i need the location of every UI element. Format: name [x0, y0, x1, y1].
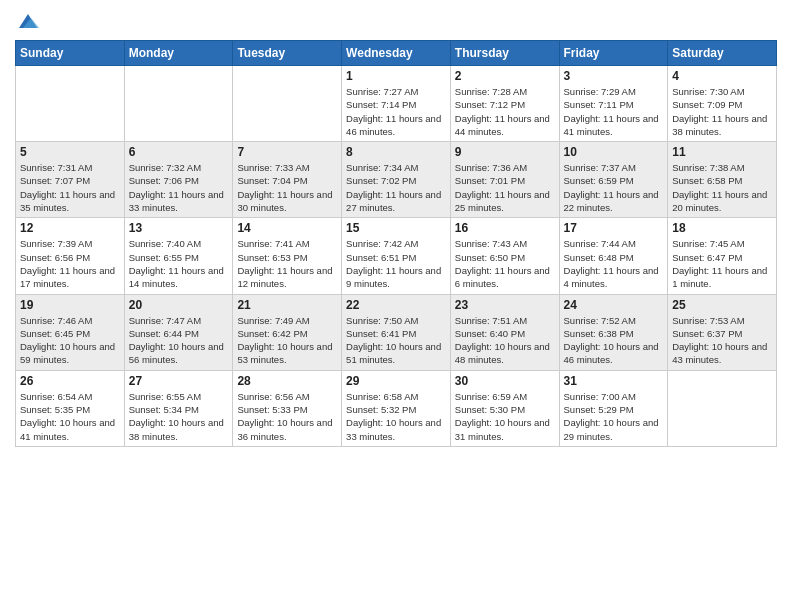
day-number: 19	[20, 298, 120, 312]
day-number: 16	[455, 221, 555, 235]
day-info: Sunrise: 7:00 AM Sunset: 5:29 PM Dayligh…	[564, 390, 664, 443]
day-info: Sunrise: 7:43 AM Sunset: 6:50 PM Dayligh…	[455, 237, 555, 290]
day-number: 18	[672, 221, 772, 235]
logo-icon	[17, 10, 39, 32]
day-number: 26	[20, 374, 120, 388]
calendar-cell	[124, 66, 233, 142]
calendar-cell: 4Sunrise: 7:30 AM Sunset: 7:09 PM Daylig…	[668, 66, 777, 142]
header	[15, 10, 777, 34]
day-info: Sunrise: 7:37 AM Sunset: 6:59 PM Dayligh…	[564, 161, 664, 214]
calendar-cell: 17Sunrise: 7:44 AM Sunset: 6:48 PM Dayli…	[559, 218, 668, 294]
day-info: Sunrise: 7:42 AM Sunset: 6:51 PM Dayligh…	[346, 237, 446, 290]
day-number: 14	[237, 221, 337, 235]
day-info: Sunrise: 7:47 AM Sunset: 6:44 PM Dayligh…	[129, 314, 229, 367]
calendar-cell: 6Sunrise: 7:32 AM Sunset: 7:06 PM Daylig…	[124, 142, 233, 218]
calendar-cell: 16Sunrise: 7:43 AM Sunset: 6:50 PM Dayli…	[450, 218, 559, 294]
day-info: Sunrise: 7:50 AM Sunset: 6:41 PM Dayligh…	[346, 314, 446, 367]
day-number: 5	[20, 145, 120, 159]
calendar-week-3: 12Sunrise: 7:39 AM Sunset: 6:56 PM Dayli…	[16, 218, 777, 294]
day-info: Sunrise: 6:59 AM Sunset: 5:30 PM Dayligh…	[455, 390, 555, 443]
day-info: Sunrise: 7:52 AM Sunset: 6:38 PM Dayligh…	[564, 314, 664, 367]
calendar-cell: 31Sunrise: 7:00 AM Sunset: 5:29 PM Dayli…	[559, 370, 668, 446]
calendar-cell: 9Sunrise: 7:36 AM Sunset: 7:01 PM Daylig…	[450, 142, 559, 218]
calendar-cell: 8Sunrise: 7:34 AM Sunset: 7:02 PM Daylig…	[342, 142, 451, 218]
calendar-cell: 3Sunrise: 7:29 AM Sunset: 7:11 PM Daylig…	[559, 66, 668, 142]
day-info: Sunrise: 7:34 AM Sunset: 7:02 PM Dayligh…	[346, 161, 446, 214]
calendar-cell: 19Sunrise: 7:46 AM Sunset: 6:45 PM Dayli…	[16, 294, 125, 370]
day-info: Sunrise: 6:58 AM Sunset: 5:32 PM Dayligh…	[346, 390, 446, 443]
day-number: 1	[346, 69, 446, 83]
day-number: 21	[237, 298, 337, 312]
day-number: 3	[564, 69, 664, 83]
calendar-cell: 25Sunrise: 7:53 AM Sunset: 6:37 PM Dayli…	[668, 294, 777, 370]
logo	[15, 10, 39, 34]
day-info: Sunrise: 6:55 AM Sunset: 5:34 PM Dayligh…	[129, 390, 229, 443]
calendar-cell: 18Sunrise: 7:45 AM Sunset: 6:47 PM Dayli…	[668, 218, 777, 294]
calendar-cell: 22Sunrise: 7:50 AM Sunset: 6:41 PM Dayli…	[342, 294, 451, 370]
day-info: Sunrise: 7:36 AM Sunset: 7:01 PM Dayligh…	[455, 161, 555, 214]
calendar-cell: 1Sunrise: 7:27 AM Sunset: 7:14 PM Daylig…	[342, 66, 451, 142]
day-info: Sunrise: 7:31 AM Sunset: 7:07 PM Dayligh…	[20, 161, 120, 214]
calendar-cell: 12Sunrise: 7:39 AM Sunset: 6:56 PM Dayli…	[16, 218, 125, 294]
day-info: Sunrise: 6:56 AM Sunset: 5:33 PM Dayligh…	[237, 390, 337, 443]
day-number: 2	[455, 69, 555, 83]
day-number: 30	[455, 374, 555, 388]
calendar-cell: 23Sunrise: 7:51 AM Sunset: 6:40 PM Dayli…	[450, 294, 559, 370]
day-info: Sunrise: 7:30 AM Sunset: 7:09 PM Dayligh…	[672, 85, 772, 138]
day-number: 10	[564, 145, 664, 159]
day-number: 31	[564, 374, 664, 388]
day-number: 13	[129, 221, 229, 235]
calendar-cell: 15Sunrise: 7:42 AM Sunset: 6:51 PM Dayli…	[342, 218, 451, 294]
calendar-cell: 2Sunrise: 7:28 AM Sunset: 7:12 PM Daylig…	[450, 66, 559, 142]
day-info: Sunrise: 7:51 AM Sunset: 6:40 PM Dayligh…	[455, 314, 555, 367]
day-info: Sunrise: 6:54 AM Sunset: 5:35 PM Dayligh…	[20, 390, 120, 443]
weekday-header-monday: Monday	[124, 41, 233, 66]
calendar-cell: 28Sunrise: 6:56 AM Sunset: 5:33 PM Dayli…	[233, 370, 342, 446]
calendar-cell: 26Sunrise: 6:54 AM Sunset: 5:35 PM Dayli…	[16, 370, 125, 446]
calendar-cell: 21Sunrise: 7:49 AM Sunset: 6:42 PM Dayli…	[233, 294, 342, 370]
calendar-cell: 24Sunrise: 7:52 AM Sunset: 6:38 PM Dayli…	[559, 294, 668, 370]
calendar-cell: 20Sunrise: 7:47 AM Sunset: 6:44 PM Dayli…	[124, 294, 233, 370]
day-info: Sunrise: 7:38 AM Sunset: 6:58 PM Dayligh…	[672, 161, 772, 214]
day-number: 4	[672, 69, 772, 83]
calendar-cell: 27Sunrise: 6:55 AM Sunset: 5:34 PM Dayli…	[124, 370, 233, 446]
day-info: Sunrise: 7:49 AM Sunset: 6:42 PM Dayligh…	[237, 314, 337, 367]
calendar-cell: 13Sunrise: 7:40 AM Sunset: 6:55 PM Dayli…	[124, 218, 233, 294]
day-info: Sunrise: 7:27 AM Sunset: 7:14 PM Dayligh…	[346, 85, 446, 138]
page: SundayMondayTuesdayWednesdayThursdayFrid…	[0, 0, 792, 612]
day-info: Sunrise: 7:33 AM Sunset: 7:04 PM Dayligh…	[237, 161, 337, 214]
day-info: Sunrise: 7:39 AM Sunset: 6:56 PM Dayligh…	[20, 237, 120, 290]
day-number: 6	[129, 145, 229, 159]
day-number: 8	[346, 145, 446, 159]
day-number: 24	[564, 298, 664, 312]
day-info: Sunrise: 7:41 AM Sunset: 6:53 PM Dayligh…	[237, 237, 337, 290]
day-number: 11	[672, 145, 772, 159]
calendar-cell: 30Sunrise: 6:59 AM Sunset: 5:30 PM Dayli…	[450, 370, 559, 446]
calendar-week-5: 26Sunrise: 6:54 AM Sunset: 5:35 PM Dayli…	[16, 370, 777, 446]
weekday-header-wednesday: Wednesday	[342, 41, 451, 66]
calendar-cell: 10Sunrise: 7:37 AM Sunset: 6:59 PM Dayli…	[559, 142, 668, 218]
calendar-week-1: 1Sunrise: 7:27 AM Sunset: 7:14 PM Daylig…	[16, 66, 777, 142]
calendar-cell	[668, 370, 777, 446]
day-number: 7	[237, 145, 337, 159]
day-number: 15	[346, 221, 446, 235]
calendar-cell: 29Sunrise: 6:58 AM Sunset: 5:32 PM Dayli…	[342, 370, 451, 446]
weekday-header-sunday: Sunday	[16, 41, 125, 66]
calendar-cell: 14Sunrise: 7:41 AM Sunset: 6:53 PM Dayli…	[233, 218, 342, 294]
day-number: 12	[20, 221, 120, 235]
weekday-header-saturday: Saturday	[668, 41, 777, 66]
day-info: Sunrise: 7:40 AM Sunset: 6:55 PM Dayligh…	[129, 237, 229, 290]
weekday-header-friday: Friday	[559, 41, 668, 66]
calendar-cell	[233, 66, 342, 142]
day-info: Sunrise: 7:28 AM Sunset: 7:12 PM Dayligh…	[455, 85, 555, 138]
calendar-cell: 11Sunrise: 7:38 AM Sunset: 6:58 PM Dayli…	[668, 142, 777, 218]
calendar-cell	[16, 66, 125, 142]
day-info: Sunrise: 7:29 AM Sunset: 7:11 PM Dayligh…	[564, 85, 664, 138]
day-number: 22	[346, 298, 446, 312]
day-number: 29	[346, 374, 446, 388]
day-number: 20	[129, 298, 229, 312]
day-number: 28	[237, 374, 337, 388]
calendar-table: SundayMondayTuesdayWednesdayThursdayFrid…	[15, 40, 777, 447]
weekday-header-tuesday: Tuesday	[233, 41, 342, 66]
weekday-header-thursday: Thursday	[450, 41, 559, 66]
